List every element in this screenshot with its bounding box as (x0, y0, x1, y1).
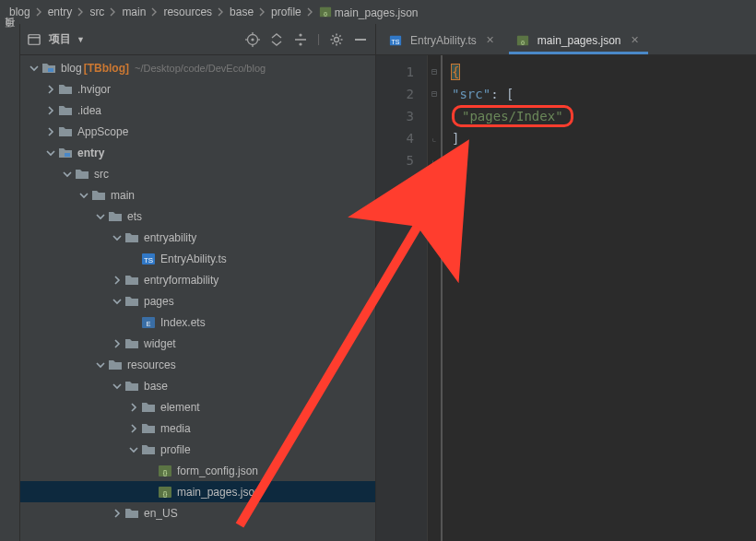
gear-icon[interactable] (329, 32, 344, 47)
tree-node[interactable]: profile (20, 439, 375, 460)
close-icon[interactable]: ✕ (631, 34, 639, 46)
folder-icon (124, 273, 139, 288)
tree-node[interactable]: entryformability (20, 269, 375, 290)
fold-marker[interactable]: ⊟ (428, 83, 441, 105)
tree-label: src (94, 168, 109, 181)
chevron-right-icon[interactable] (112, 509, 122, 518)
code-content[interactable]: { "src": [ "pages/Index" ]} (443, 55, 583, 541)
target-icon[interactable] (245, 32, 260, 47)
chevron-right-icon[interactable] (46, 85, 55, 94)
chevron-right-icon (77, 7, 84, 17)
fold-marker[interactable] (428, 171, 441, 194)
chevron-down-icon: ▼ (77, 35, 85, 44)
chevron-right-icon[interactable] (46, 106, 55, 115)
code-line[interactable]: { (452, 61, 573, 83)
folder-icon (108, 358, 123, 372)
folder-icon (58, 82, 73, 97)
tree-node[interactable]: main (20, 184, 375, 206)
folder-icon (141, 421, 156, 436)
editor-tab[interactable]: {}main_pages.json✕ (509, 29, 648, 54)
tree-node[interactable]: pages (20, 290, 375, 312)
fold-marker[interactable]: ⌞ (428, 127, 441, 149)
toolbar-actions: | (245, 32, 368, 47)
tree-node[interactable]: {}main_pages.json (20, 481, 375, 502)
tree-node[interactable]: src (20, 163, 375, 184)
code-line[interactable] (452, 171, 573, 194)
chevron-right-icon[interactable] (112, 339, 122, 348)
code-line[interactable]: ] (452, 127, 573, 149)
chevron-right-icon[interactable] (129, 424, 138, 433)
tree-node[interactable]: base (20, 375, 375, 396)
folder-icon (124, 336, 139, 351)
tree-node[interactable]: widget (20, 333, 375, 354)
tree-node[interactable]: TSEntryAbility.ts (20, 248, 375, 269)
fold-column[interactable]: ⊟⊟ ⌞⌞ (428, 55, 443, 541)
rail-label-project: 项目 (3, 33, 17, 35)
chevron-right-icon[interactable] (46, 127, 55, 136)
chevron-down-icon[interactable] (46, 148, 55, 158)
tree-node[interactable]: entryability (20, 227, 375, 248)
chevron-down-icon[interactable] (112, 233, 122, 242)
breadcrumb-item[interactable]: resources (159, 6, 216, 18)
svg-line-21 (332, 42, 333, 43)
tree-node[interactable]: entry (20, 142, 375, 163)
chevron-down-icon[interactable] (129, 445, 138, 454)
fold-marker[interactable]: ⊟ (428, 61, 441, 83)
breadcrumb-item[interactable]: {}main_pages.json (315, 6, 422, 19)
close-icon[interactable]: ✕ (486, 34, 494, 46)
fold-marker[interactable]: ⌞ (428, 149, 441, 171)
chevron-right-icon[interactable] (129, 403, 138, 412)
chevron-down-icon[interactable] (96, 212, 105, 221)
breadcrumb-item[interactable]: blog (6, 6, 34, 18)
svg-text:E: E (147, 321, 151, 327)
json-file-icon: {} (319, 6, 332, 18)
tree-node[interactable]: media (20, 418, 375, 439)
tree-label: ets (127, 210, 142, 223)
chevron-down-icon[interactable] (96, 360, 105, 370)
tree-label: main (111, 189, 135, 202)
project-view-selector[interactable]: 项目 ▼ (28, 31, 240, 47)
breadcrumb-item[interactable]: base (226, 6, 257, 18)
module-icon (58, 146, 73, 160)
breadcrumb-item[interactable]: src (86, 6, 108, 18)
code-line[interactable]: "src": [ (452, 83, 573, 105)
code-line[interactable]: } (452, 149, 573, 171)
tree-node[interactable]: .idea (20, 100, 375, 121)
tree-node[interactable]: element (20, 396, 375, 418)
tree-node[interactable]: .hvigor (20, 78, 375, 100)
folder-icon (124, 379, 139, 394)
editor-tab[interactable]: TSEntryAbility.ts✕ (382, 29, 503, 54)
breadcrumb-item[interactable]: profile (267, 6, 305, 18)
chevron-down-icon[interactable] (112, 297, 122, 306)
chevron-right-icon[interactable] (112, 276, 122, 285)
svg-point-10 (299, 33, 301, 36)
chevron-down-icon[interactable] (30, 64, 39, 73)
chevron-down-icon[interactable] (63, 170, 72, 179)
tree-node[interactable]: {}form_config.json (20, 460, 375, 481)
fold-marker[interactable] (428, 105, 441, 127)
code-token: "pages/Index" (452, 105, 573, 127)
breadcrumb-item[interactable]: entry (44, 6, 77, 18)
tree-node[interactable]: ets (20, 206, 375, 227)
code-line[interactable]: "pages/Index" (452, 105, 573, 127)
tree-node[interactable]: EIndex.ets (20, 312, 375, 333)
tree-label: .idea (77, 104, 101, 117)
code-editor[interactable]: 123456 ⊟⊟ ⌞⌞ { "src": [ "pages/Index" ]} (376, 55, 756, 541)
tree-node[interactable]: en_US (20, 502, 375, 523)
minimize-icon[interactable] (353, 32, 368, 47)
tool-rail[interactable]: 项目 (0, 24, 20, 541)
project-tree[interactable]: blog [TBblog]~/Desktop/code/DevEco/blog.… (20, 55, 375, 541)
tree-node[interactable]: AppScope (20, 121, 375, 142)
tree-label: resources (127, 359, 176, 371)
svg-text:TS: TS (392, 38, 400, 44)
tree-node[interactable]: resources (20, 354, 375, 375)
vcs-branch-label: [TBblog] (84, 62, 129, 75)
divide-icon[interactable] (293, 32, 308, 47)
svg-text:{}: {} (163, 490, 168, 498)
breadcrumb-item[interactable]: main (118, 6, 149, 18)
expand-all-icon[interactable] (269, 32, 284, 47)
folder-icon (124, 294, 139, 309)
chevron-down-icon[interactable] (112, 382, 122, 391)
chevron-down-icon[interactable] (79, 191, 89, 200)
tree-node[interactable]: blog [TBblog]~/Desktop/code/DevEco/blog (20, 57, 375, 78)
